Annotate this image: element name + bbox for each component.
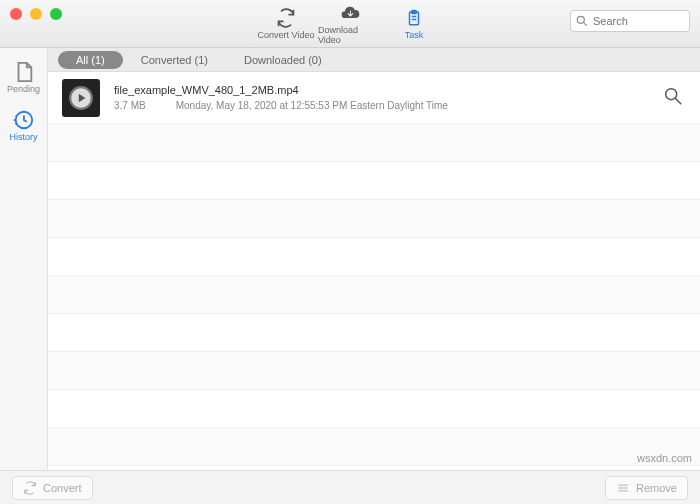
sidebar: Pending History — [0, 48, 48, 470]
task-button[interactable]: Task — [382, 2, 446, 46]
sidebar-item-pending[interactable]: Pending — [7, 60, 40, 94]
remove-button[interactable]: Remove — [605, 476, 688, 500]
clipboard-icon — [403, 7, 425, 29]
magnifier-icon — [662, 85, 684, 111]
main: All (1) Converted (1) Downloaded (0) fil… — [48, 48, 700, 470]
file-thumbnail — [62, 79, 100, 117]
empty-row — [48, 390, 700, 428]
footer: Convert Remove — [0, 470, 700, 504]
tab-downloaded[interactable]: Downloaded (0) — [226, 51, 340, 69]
svg-line-10 — [675, 98, 681, 104]
empty-row — [48, 162, 700, 200]
maximize-window-button[interactable] — [50, 8, 62, 20]
toolbar: Convert Video Download Video Task — [254, 2, 446, 46]
svg-rect-1 — [412, 11, 417, 14]
empty-row — [48, 428, 700, 466]
file-row[interactable]: file_example_WMV_480_1_2MB.mp4 3.7 MB Mo… — [48, 72, 700, 124]
tabs: All (1) Converted (1) Downloaded (0) — [48, 48, 700, 72]
file-name: file_example_WMV_480_1_2MB.mp4 — [114, 84, 660, 96]
svg-point-4 — [577, 16, 584, 23]
tab-all[interactable]: All (1) — [58, 51, 123, 69]
button-label: Convert — [43, 482, 82, 494]
file-meta: 3.7 MB Monday, May 18, 2020 at 12:55:53 … — [114, 100, 660, 111]
svg-point-9 — [666, 88, 677, 99]
search-icon — [575, 14, 589, 28]
convert-button[interactable]: Convert — [12, 476, 93, 500]
refresh-icon — [23, 481, 37, 495]
minimize-window-button[interactable] — [30, 8, 42, 20]
list-icon — [616, 481, 630, 495]
download-video-button[interactable]: Download Video — [318, 2, 382, 46]
titlebar: Convert Video Download Video Task — [0, 0, 700, 48]
button-label: Remove — [636, 482, 677, 494]
empty-row — [48, 200, 700, 238]
document-icon — [12, 60, 36, 84]
sidebar-label: Pending — [7, 84, 40, 94]
empty-row — [48, 238, 700, 276]
tab-converted[interactable]: Converted (1) — [123, 51, 226, 69]
file-info: file_example_WMV_480_1_2MB.mp4 3.7 MB Mo… — [114, 84, 660, 111]
convert-video-button[interactable]: Convert Video — [254, 2, 318, 46]
toolbar-label: Convert Video — [258, 30, 315, 40]
file-date: Monday, May 18, 2020 at 12:55:53 PM East… — [176, 100, 448, 111]
svg-line-5 — [583, 22, 586, 25]
empty-row — [48, 352, 700, 390]
cloud-download-icon — [339, 2, 361, 24]
refresh-icon — [275, 7, 297, 29]
reveal-button[interactable] — [660, 85, 686, 111]
sidebar-label: History — [9, 132, 37, 142]
empty-row — [48, 124, 700, 162]
sidebar-item-history[interactable]: History — [9, 108, 37, 142]
content: Pending History All (1) Converted (1) Do… — [0, 48, 700, 470]
window-controls — [10, 8, 62, 20]
close-window-button[interactable] — [10, 8, 22, 20]
empty-row — [48, 314, 700, 352]
search-wrap — [570, 10, 690, 32]
file-list: file_example_WMV_480_1_2MB.mp4 3.7 MB Mo… — [48, 72, 700, 470]
toolbar-label: Download Video — [318, 25, 382, 45]
empty-row — [48, 276, 700, 314]
file-size: 3.7 MB — [114, 100, 146, 111]
history-icon — [11, 108, 35, 132]
toolbar-label: Task — [405, 30, 424, 40]
